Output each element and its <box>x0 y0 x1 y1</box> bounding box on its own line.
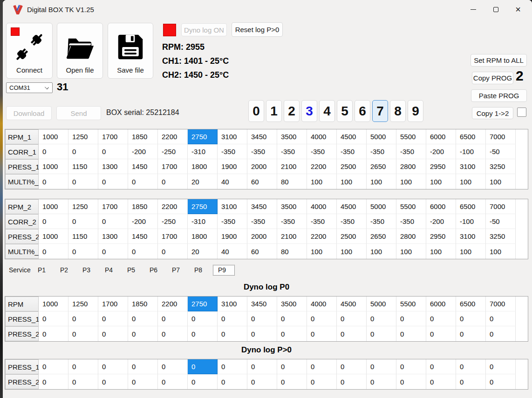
table-cell[interactable]: -200 <box>426 214 456 229</box>
send-button[interactable]: Send <box>56 106 101 120</box>
table-cell[interactable]: 0 <box>367 311 396 326</box>
table-cell[interactable]: 3450 <box>247 129 277 144</box>
dyno-log-on-button[interactable]: Dyno log ON <box>181 23 227 36</box>
table-cell[interactable]: 0 <box>98 359 128 374</box>
table-cell[interactable]: 0 <box>188 311 218 326</box>
table-cell[interactable]: -250 <box>158 214 188 229</box>
table-cell[interactable]: 1850 <box>128 199 158 214</box>
table-cell[interactable]: -250 <box>158 144 188 159</box>
table-cell[interactable]: -350 <box>307 144 337 159</box>
table-cell[interactable]: 3450 <box>247 297 277 311</box>
table-cell[interactable]: 0 <box>486 359 516 374</box>
table-cell[interactable]: 4500 <box>337 199 367 214</box>
tab-service[interactable]: Service <box>7 265 33 276</box>
table-cell[interactable]: 0 <box>277 359 307 374</box>
table-cell[interactable]: 4000 <box>307 297 337 311</box>
prog-digit-5[interactable]: 5 <box>337 100 353 122</box>
table-cell[interactable]: 1000 <box>39 129 68 144</box>
row-header-press_1[interactable]: PRESS_1 <box>5 311 39 326</box>
table-cell[interactable]: 2800 <box>396 159 426 174</box>
table-cell[interactable]: 6000 <box>426 297 456 311</box>
table-cell[interactable]: 2950 <box>426 159 456 174</box>
table-cell[interactable]: 1700 <box>98 199 128 214</box>
table-cell[interactable]: 0 <box>337 374 367 389</box>
table-cell[interactable]: 0 <box>158 326 188 341</box>
table-cell[interactable]: -350 <box>307 214 337 229</box>
table-cell[interactable]: 1700 <box>98 297 128 311</box>
table-cell[interactable]: 0 <box>158 374 188 389</box>
minimize-button[interactable] <box>462 0 484 19</box>
table-cell[interactable]: 0 <box>426 326 456 341</box>
table-cell[interactable]: 0 <box>128 174 158 189</box>
table-cell[interactable]: 2500 <box>337 159 367 174</box>
table-cell[interactable]: 100 <box>486 244 516 259</box>
table-cell[interactable]: 0 <box>68 214 98 229</box>
table-cell[interactable]: 2000 <box>247 159 277 174</box>
table-cell[interactable]: 1900 <box>218 159 247 174</box>
table-cell[interactable]: -200 <box>128 214 158 229</box>
table-cell[interactable]: 0 <box>247 326 277 341</box>
prog-digit-9[interactable]: 9 <box>408 100 423 122</box>
row-header-multi%_[interactable]: MULTI%_ <box>5 244 39 259</box>
table-cell[interactable]: 100 <box>367 174 396 189</box>
table-cell[interactable]: 3100 <box>218 199 247 214</box>
table-cell[interactable]: 0 <box>367 359 396 374</box>
table-cell[interactable]: 2800 <box>396 229 426 244</box>
table-cell[interactable]: 1150 <box>68 229 98 244</box>
table-cell[interactable]: 2500 <box>337 229 367 244</box>
table-cell[interactable]: 2200 <box>158 129 188 144</box>
table-cell[interactable]: 0 <box>307 311 337 326</box>
table-cell[interactable]: 100 <box>307 174 337 189</box>
prog-digit-2[interactable]: 2 <box>284 100 300 122</box>
table-cell[interactable]: 0 <box>39 144 68 159</box>
row-header-rpm_2[interactable]: RPM_2 <box>5 199 39 214</box>
table-cell[interactable]: 0 <box>68 144 98 159</box>
table-cell[interactable]: 0 <box>396 374 426 389</box>
table-cell[interactable]: 1300 <box>98 159 128 174</box>
prog-digit-0[interactable]: 0 <box>248 100 264 122</box>
table-cell[interactable]: 0 <box>456 374 486 389</box>
table-cell[interactable]: 6000 <box>426 129 456 144</box>
table-cell[interactable]: -200 <box>128 144 158 159</box>
row-header-corr_1[interactable]: CORR_1 <box>5 144 39 159</box>
table-cell[interactable]: 0 <box>98 326 128 341</box>
prog-digit-3[interactable]: 3 <box>301 100 317 122</box>
table-cell[interactable]: 3500 <box>277 297 307 311</box>
table-cell[interactable]: 0 <box>39 374 68 389</box>
table-cell[interactable]: -350 <box>277 144 307 159</box>
close-button[interactable]: × <box>507 0 529 19</box>
table-cell[interactable]: 2100 <box>277 229 307 244</box>
table-cell[interactable]: 1700 <box>158 229 188 244</box>
table-cell[interactable]: 1300 <box>98 229 128 244</box>
table-cell[interactable]: 0 <box>218 374 247 389</box>
table-cell[interactable]: 0 <box>337 326 367 341</box>
table-cell[interactable]: 0 <box>68 311 98 326</box>
table-cell[interactable]: -50 <box>486 214 516 229</box>
table-cell[interactable]: 100 <box>426 174 456 189</box>
table-cell[interactable]: 1450 <box>128 229 158 244</box>
table-cell[interactable]: 0 <box>277 326 307 341</box>
table-cell[interactable]: 0 <box>158 174 188 189</box>
table-cell[interactable]: 0 <box>68 174 98 189</box>
table-cell[interactable]: 20 <box>188 244 218 259</box>
table-cell[interactable]: 3250 <box>486 159 516 174</box>
table-cell[interactable]: -350 <box>367 144 396 159</box>
table-cell[interactable]: 4500 <box>337 129 367 144</box>
table-cell[interactable]: 0 <box>426 359 456 374</box>
table-cell[interactable]: 5000 <box>367 297 396 311</box>
table-cell[interactable]: 5500 <box>396 297 426 311</box>
table-cell[interactable]: 1850 <box>128 297 158 311</box>
table-cell[interactable]: 0 <box>367 374 396 389</box>
table-cell[interactable]: 1250 <box>68 199 98 214</box>
table-cell[interactable]: 2950 <box>426 229 456 244</box>
table-cell[interactable]: 0 <box>39 214 68 229</box>
table-cell[interactable]: 100 <box>396 174 426 189</box>
table-cell[interactable]: 3500 <box>277 129 307 144</box>
table-cell[interactable]: 0 <box>128 374 158 389</box>
table-cell[interactable]: 5000 <box>367 129 396 144</box>
table-cell[interactable]: 0 <box>337 311 367 326</box>
table-cell[interactable]: 100 <box>486 174 516 189</box>
prog-digit-6[interactable]: 6 <box>355 100 370 122</box>
table-cell[interactable]: 1700 <box>98 129 128 144</box>
table-cell[interactable]: 2750 <box>188 129 218 144</box>
